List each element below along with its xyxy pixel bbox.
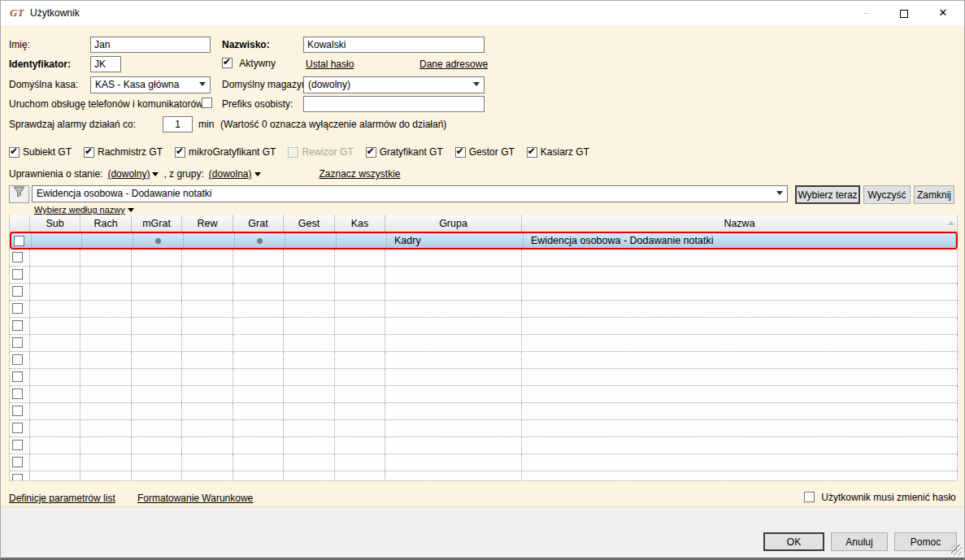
ok-button[interactable]: OK bbox=[763, 532, 824, 551]
col-kas[interactable]: Kas bbox=[335, 215, 385, 232]
table-row[interactable] bbox=[10, 335, 958, 352]
kasiarz-checkbox[interactable] bbox=[527, 147, 537, 158]
table-row[interactable] bbox=[10, 454, 958, 471]
must-change-password-checkbox[interactable] bbox=[804, 492, 815, 502]
row-checkbox[interactable] bbox=[12, 303, 23, 314]
permission-search-combo[interactable]: Ewidencja osobowa - Dodawanie notatki bbox=[32, 185, 788, 202]
wybierz-teraz-button[interactable]: Wybierz teraz bbox=[795, 185, 860, 204]
aktywny-label: Aktywny bbox=[239, 58, 276, 69]
module-kasiarz: Kasiarz GT bbox=[527, 146, 589, 158]
col-grat[interactable]: Grat bbox=[233, 215, 284, 232]
table-row[interactable] bbox=[10, 284, 958, 301]
row-checkbox[interactable] bbox=[12, 389, 23, 399]
module-gestor: Gestor GT bbox=[455, 146, 515, 158]
telefony-label: Uruchom obsługę telefonów i komunikatoró… bbox=[9, 98, 203, 110]
resize-grip[interactable] bbox=[951, 545, 962, 555]
table-row[interactable] bbox=[10, 437, 958, 454]
imie-input[interactable] bbox=[90, 37, 211, 53]
select-all-link[interactable]: Zaznacz wszystkie bbox=[319, 168, 401, 180]
table-row[interactable] bbox=[10, 471, 958, 481]
prefiks-input[interactable] bbox=[303, 96, 485, 112]
table-row[interactable] bbox=[10, 301, 958, 318]
table-row[interactable] bbox=[10, 403, 958, 420]
grat-marker-icon bbox=[257, 238, 263, 244]
row-checkbox[interactable] bbox=[14, 236, 24, 246]
row-checkbox[interactable] bbox=[12, 252, 23, 263]
wyczysc-button[interactable]: Wyczyść bbox=[863, 185, 911, 204]
table-row[interactable] bbox=[10, 250, 958, 267]
must-change-password-group: Użytkownik musi zmienić hasło bbox=[804, 492, 956, 503]
row-checkbox[interactable] bbox=[12, 474, 23, 481]
rewizor-label: Rewizor GT bbox=[302, 146, 353, 158]
imie-label: Imię: bbox=[9, 39, 30, 50]
rachmistrz-checkbox[interactable] bbox=[84, 147, 94, 158]
definicje-parametrow-link[interactable]: Definicje parametrów list bbox=[9, 493, 115, 504]
col-nazwa[interactable]: Nazwa bbox=[522, 215, 958, 232]
table-row[interactable] bbox=[10, 369, 958, 386]
chevron-down-icon bbox=[776, 191, 783, 195]
anuluj-button[interactable]: Anuluj bbox=[831, 532, 888, 551]
state-filter-dropdown[interactable]: (dowolny) bbox=[107, 168, 159, 180]
pomoc-button[interactable]: Pomoc bbox=[894, 532, 957, 551]
row-checkbox[interactable] bbox=[12, 440, 23, 450]
group-filter-dropdown[interactable]: (dowolna) bbox=[209, 168, 261, 180]
rachmistrz-label: Rachmistrz GT bbox=[98, 146, 163, 158]
formatowanie-warunkowe-link[interactable]: Formatowanie Warunkowe bbox=[137, 493, 253, 504]
gratyfikant-label: Gratyfikant GT bbox=[380, 146, 443, 158]
row-checkbox[interactable] bbox=[12, 337, 23, 348]
mikrogratyfikant-checkbox[interactable] bbox=[175, 147, 185, 158]
domyslna-kasa-select[interactable]: KAS - Kasa główna bbox=[90, 76, 211, 93]
mikrogratyfikant-label: mikroGratyfikant GT bbox=[189, 146, 276, 158]
filter-button[interactable] bbox=[9, 185, 29, 203]
row-checkbox[interactable] bbox=[12, 354, 23, 365]
row-checkbox[interactable] bbox=[12, 423, 23, 433]
wybierz-wedlug-nazwy-link[interactable]: Wybierz według nazwy bbox=[34, 205, 134, 215]
table-row[interactable] bbox=[10, 420, 958, 437]
col-checkbox[interactable] bbox=[10, 215, 30, 232]
close-button[interactable]: ✕ bbox=[929, 1, 957, 25]
aktywny-checkbox[interactable] bbox=[222, 58, 233, 68]
row-checkbox[interactable] bbox=[12, 371, 23, 382]
telefony-checkbox[interactable] bbox=[202, 98, 212, 108]
permissions-table: Sub Rach mGrat Rew Grat Gest Kas Grupa N… bbox=[9, 215, 958, 481]
selected-permission-row[interactable]: Kadry Ewidencja osobowa - Dodawanie nota… bbox=[10, 232, 958, 250]
dane-adresowe-link[interactable]: Dane adresowe bbox=[419, 59, 488, 70]
nazwisko-input[interactable] bbox=[303, 37, 485, 53]
kasiarz-label: Kasiarz GT bbox=[541, 146, 589, 158]
funnel-icon bbox=[12, 186, 26, 198]
module-rewizor: Rewizor GT bbox=[288, 146, 353, 158]
col-sub[interactable]: Sub bbox=[30, 215, 80, 232]
col-grupa[interactable]: Grupa bbox=[385, 215, 522, 232]
col-mgrat[interactable]: mGrat bbox=[132, 215, 182, 232]
alarmy-input[interactable] bbox=[163, 116, 193, 132]
identyfikator-input[interactable] bbox=[90, 56, 121, 72]
row-checkbox[interactable] bbox=[12, 269, 23, 280]
subiekt-checkbox[interactable] bbox=[9, 147, 20, 158]
col-rew[interactable]: Rew bbox=[182, 215, 233, 232]
domyslny-magazyn-value: (dowolny) bbox=[308, 79, 350, 90]
domyslny-magazyn-select[interactable]: (dowolny) bbox=[303, 76, 485, 93]
minimize-button: – bbox=[853, 1, 880, 25]
table-row[interactable] bbox=[10, 352, 958, 369]
table-row[interactable] bbox=[10, 318, 958, 335]
col-rach[interactable]: Rach bbox=[80, 215, 132, 232]
zamknij-button[interactable]: Zamknij bbox=[914, 185, 954, 204]
domyslna-kasa-value: KAS - Kasa główna bbox=[95, 79, 179, 90]
gratyfikant-checkbox[interactable] bbox=[366, 147, 376, 158]
col-gest[interactable]: Gest bbox=[284, 215, 335, 232]
mgrat-marker-icon bbox=[155, 238, 161, 244]
table-row[interactable] bbox=[10, 386, 958, 403]
prefiks-label: Prefiks osobisty: bbox=[222, 98, 293, 110]
row-checkbox[interactable] bbox=[12, 457, 23, 467]
row-checkbox[interactable] bbox=[12, 406, 23, 416]
row-checkbox[interactable] bbox=[12, 286, 23, 297]
modules-row: Subiekt GT Rachmistrz GT mikroGratyfikan… bbox=[9, 146, 589, 158]
table-row[interactable] bbox=[10, 267, 958, 284]
permissions-row: Uprawnienia o stanie: (dowolny) , z grup… bbox=[9, 168, 401, 180]
rewizor-checkbox bbox=[288, 147, 298, 158]
row-checkbox[interactable] bbox=[12, 320, 23, 331]
maximize-button[interactable] bbox=[890, 1, 918, 25]
ustal-haslo-link[interactable]: Ustal hasło bbox=[306, 59, 354, 70]
aktywny-checkbox-group: Aktywny bbox=[222, 58, 276, 69]
gestor-checkbox[interactable] bbox=[455, 147, 466, 158]
